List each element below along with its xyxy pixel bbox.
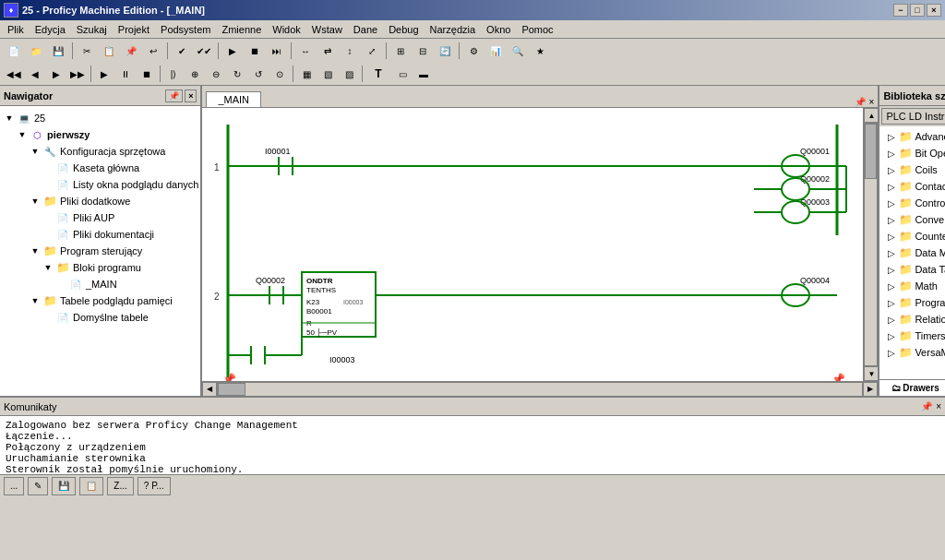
tb2-extra7[interactable]: ▦ [296, 65, 317, 83]
bt-btn1[interactable]: ... [4, 477, 24, 495]
navigator-close[interactable]: × [185, 89, 197, 102]
expand-counters[interactable]: ▷ [885, 230, 898, 243]
menu-zmienne[interactable]: Zmienne [216, 22, 267, 37]
lib-item-data-move[interactable]: ▷ 📁 Data Move [881, 244, 945, 261]
expand-relational[interactable]: ▷ [885, 313, 898, 326]
tree-tabele[interactable]: ▼ 📁 Tabele podglądu pamięci [2, 292, 198, 309]
tb2-extra2[interactable]: ⊕ [185, 65, 205, 83]
scroll-track[interactable] [864, 123, 878, 366]
tree-pliki-dok[interactable]: 📄 Pliki dokumentacji [2, 226, 198, 243]
expand-bit-ops[interactable]: ▷ [885, 147, 898, 160]
tree-konfiguracja[interactable]: ▼ 🔧 Konfiguracja sprzętowa [2, 143, 198, 160]
check-button[interactable]: ✔ [172, 42, 192, 60]
lib-item-control[interactable]: ▷ 📁 Control [881, 195, 945, 211]
restore-button[interactable]: □ [910, 4, 925, 17]
expand-timers[interactable]: ▷ [885, 329, 898, 342]
lib-item-versamax[interactable]: ▷ 📁 VersaMax Micro Motion [881, 344, 945, 361]
run-button[interactable]: ▶ [222, 42, 243, 60]
menu-plik[interactable]: Plik [2, 22, 30, 37]
tb-extra6[interactable]: ⊟ [413, 42, 433, 60]
tree-program[interactable]: ▼ 📁 Program sterujący [2, 243, 198, 259]
tab-drawers[interactable]: 🗂 Drawers [879, 380, 945, 396]
bt-btn4[interactable]: 📋 [79, 477, 103, 495]
bt-btn6[interactable]: ? P... [138, 477, 171, 495]
tree-kaseta[interactable]: 📄 Kaseta główna [2, 160, 198, 176]
library-dropdown[interactable]: PLC LD Instructions ▼ [881, 108, 945, 125]
expand-program-flow[interactable]: ▷ [885, 296, 898, 309]
text-insert-btn[interactable]: T [365, 65, 391, 83]
lib-item-timers[interactable]: ▷ 📁 Timers [881, 328, 945, 344]
messages-close[interactable]: × [936, 401, 941, 411]
lib-item-coils[interactable]: ▷ 📁 Coils [881, 161, 945, 178]
tb2-extra6[interactable]: ⊙ [269, 65, 290, 83]
tb2-extra9[interactable]: ▨ [339, 65, 359, 83]
step-button[interactable]: ⏭ [267, 42, 287, 60]
tab-main[interactable]: _MAIN [206, 91, 261, 107]
tb2-extra4[interactable]: ↻ [227, 65, 247, 83]
lib-item-advanced-math[interactable]: ▷ 📁 Advanced Math [881, 128, 945, 145]
tb-extra3[interactable]: ↕ [340, 42, 360, 60]
menu-okno[interactable]: Okno [481, 22, 516, 37]
menu-podsystem[interactable]: Podsystem [155, 22, 216, 37]
lib-item-contacts[interactable]: ▷ 📁 Contacts [881, 178, 945, 195]
scroll-up-btn[interactable]: ▲ [864, 108, 878, 123]
tb-extra8[interactable]: ⚙ [463, 42, 484, 60]
open-button[interactable]: 📁 [26, 42, 46, 60]
lib-item-bit-operations[interactable]: ▷ 📁 Bit Operations [881, 145, 945, 161]
validate-button[interactable]: ✔✔ [194, 42, 214, 60]
tree-domyslne[interactable]: 📄 Domyślne tabele [2, 309, 198, 326]
menu-pomoc[interactable]: Pomoc [516, 22, 558, 37]
expand-dok[interactable] [42, 229, 54, 240]
expand-conversions[interactable]: ▷ [885, 213, 898, 226]
expand-konfiguracja[interactable]: ▼ [30, 146, 41, 157]
menu-szukaj[interactable]: Szukaj [71, 22, 113, 37]
tb-extra4[interactable]: ⤢ [362, 42, 382, 60]
lib-item-program-flow[interactable]: ▷ 📁 Program Flow [881, 294, 945, 311]
menu-debug[interactable]: Debug [383, 22, 424, 37]
menu-projekt[interactable]: Projekt [113, 22, 155, 37]
tb2-extra8[interactable]: ▧ [317, 65, 338, 83]
expand-advanced-math[interactable]: ▷ [885, 130, 898, 143]
tree-pliki-aup[interactable]: 📄 Pliki AUP [2, 209, 198, 226]
stop-button[interactable]: ⏹ [245, 42, 265, 60]
vertical-scrollbar[interactable]: ▲ ▼ [863, 108, 878, 381]
expand-kaseta[interactable] [42, 162, 54, 173]
paste-button[interactable]: 📌 [121, 42, 141, 60]
expand-data-table[interactable]: ▷ [885, 263, 898, 276]
h-scroll-track[interactable] [217, 382, 863, 397]
expand-aup[interactable] [42, 212, 54, 223]
lib-item-conversions[interactable]: ▷ 📁 Conversions [881, 211, 945, 228]
navigator-pin[interactable]: 📌 [165, 89, 183, 102]
pause-btn[interactable]: ⏸ [115, 65, 136, 83]
h-scroll-thumb[interactable] [218, 383, 245, 396]
tb-extra5[interactable]: ⊞ [390, 42, 411, 60]
close-button[interactable]: × [927, 4, 941, 17]
menu-narzedzia[interactable]: Narzędzia [425, 22, 482, 37]
tb-extra11[interactable]: ★ [530, 42, 550, 60]
undo-button[interactable]: ↩ [143, 42, 163, 60]
expand-data-move[interactable]: ▷ [885, 246, 898, 259]
tree-root[interactable]: ▼ 💻 25 [2, 110, 198, 126]
stop2-btn[interactable]: ⏹ [137, 65, 157, 83]
tree-listy[interactable]: 📄 Listy okna podglądu danych [2, 176, 198, 193]
expand-pliki-dod[interactable]: ▼ [30, 196, 41, 207]
nav-btn1[interactable]: ◀◀ [4, 65, 24, 83]
menu-wstaw[interactable]: Wstaw [306, 22, 348, 37]
bt-btn2[interactable]: ✎ [28, 477, 48, 495]
messages-pin[interactable]: 📌 [921, 401, 932, 411]
expand-tabele[interactable]: ▼ [30, 295, 41, 306]
expand-bloki[interactable]: ▼ [42, 262, 54, 273]
save-button[interactable]: 💾 [48, 42, 68, 60]
tab-close[interactable]: × [869, 97, 875, 107]
tb2-extra3[interactable]: ⊖ [206, 65, 226, 83]
tree-pierwszy[interactable]: ▼ ⬡ pierwszy [2, 126, 198, 143]
lib-item-math[interactable]: ▷ 📁 Math [881, 278, 945, 294]
expand-coils[interactable]: ▷ [885, 163, 898, 176]
expand-contacts[interactable]: ▷ [885, 180, 898, 193]
scroll-thumb[interactable] [865, 124, 877, 179]
nav-btn2[interactable]: ◀ [25, 65, 45, 83]
bt-btn3[interactable]: 💾 [52, 477, 76, 495]
tree-main[interactable]: 📄 _MAIN [2, 276, 198, 292]
tab-pin[interactable]: 📌 [855, 97, 866, 107]
new-button[interactable]: 📄 [4, 42, 24, 60]
